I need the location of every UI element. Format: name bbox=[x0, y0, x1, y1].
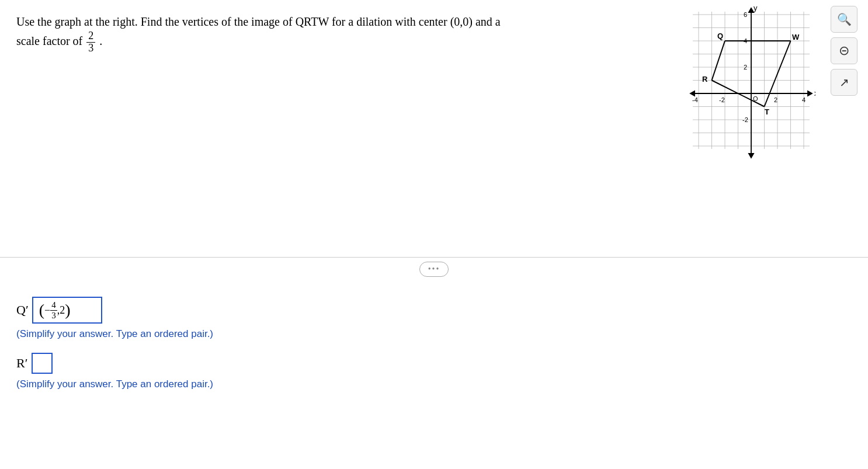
point-q-label: Q bbox=[717, 32, 723, 40]
point-r-label: R bbox=[702, 75, 708, 84]
svg-text:2: 2 bbox=[774, 96, 777, 103]
graph-container: x y -4 -2 2 4 6 4 2 -2 O bbox=[687, 6, 815, 164]
scale-factor-suffix: . bbox=[99, 34, 102, 47]
svg-marker-22 bbox=[690, 91, 695, 96]
r-prime-row: R′ bbox=[16, 353, 852, 374]
svg-line-35 bbox=[712, 41, 725, 81]
svg-text:-2: -2 bbox=[742, 116, 748, 123]
x-axis-label: x bbox=[814, 89, 815, 98]
q-prime-comma-value: ,2 bbox=[57, 304, 65, 317]
external-link-button[interactable]: ↗ bbox=[831, 69, 857, 96]
problem-line1: Use the graph at the right. Find the ver… bbox=[16, 15, 501, 28]
y-axis-label: y bbox=[754, 6, 758, 12]
external-link-icon: ↗ bbox=[839, 75, 849, 89]
svg-marker-21 bbox=[808, 91, 812, 96]
r-prime-hint: (Simplify your answer. Type an ordered p… bbox=[16, 378, 852, 390]
q-prime-label: Q′ bbox=[16, 303, 29, 318]
svg-text:-2: -2 bbox=[719, 96, 725, 103]
zoom-out-button[interactable]: ⊝ bbox=[831, 37, 857, 64]
right-paren: ) bbox=[65, 302, 70, 318]
svg-text:4: 4 bbox=[802, 96, 805, 103]
svg-text:2: 2 bbox=[744, 64, 747, 71]
q-prime-frac-den: 3 bbox=[50, 311, 57, 321]
svg-text:-4: -4 bbox=[692, 96, 698, 103]
zoom-in-icon: 🔍 bbox=[837, 12, 852, 26]
point-w-label: W bbox=[792, 33, 800, 41]
q-prime-minus: − bbox=[44, 304, 50, 317]
scale-fraction: 2 3 bbox=[86, 30, 95, 54]
scale-denominator: 3 bbox=[86, 43, 95, 54]
q-prime-answer-box[interactable]: ( − 4 3 ,2 ) bbox=[32, 297, 102, 324]
svg-marker-24 bbox=[749, 8, 754, 12]
r-prime-label: R′ bbox=[16, 356, 28, 371]
scale-numerator: 2 bbox=[86, 30, 95, 43]
svg-marker-25 bbox=[749, 154, 754, 158]
point-t-label: T bbox=[765, 107, 769, 116]
q-prime-row: Q′ ( − 4 3 ,2 ) bbox=[16, 297, 852, 324]
svg-text:6: 6 bbox=[744, 11, 747, 18]
r-prime-input-box[interactable] bbox=[32, 353, 53, 374]
graph-svg: x y -4 -2 2 4 6 4 2 -2 O bbox=[687, 6, 815, 164]
q-prime-fraction: 4 3 bbox=[50, 300, 57, 320]
left-paren: ( bbox=[39, 302, 44, 318]
q-prime-frac-num: 4 bbox=[50, 300, 57, 311]
top-section: Use the graph at the right. Find the ver… bbox=[0, 0, 868, 257]
divider-pill[interactable]: ••• bbox=[419, 262, 449, 277]
scale-factor-prefix: scale factor of bbox=[16, 34, 82, 47]
toolbar: 🔍 ⊝ ↗ bbox=[831, 6, 857, 96]
zoom-in-button[interactable]: 🔍 bbox=[831, 6, 857, 33]
problem-text: Use the graph at the right. Find the ver… bbox=[16, 13, 542, 54]
zoom-out-icon: ⊝ bbox=[839, 43, 849, 58]
bottom-section: Q′ ( − 4 3 ,2 ) (Simplify your answer. T… bbox=[0, 280, 868, 415]
divider-row: ••• bbox=[0, 257, 868, 280]
divider-symbol: ••• bbox=[428, 265, 440, 273]
q-prime-hint: (Simplify your answer. Type an ordered p… bbox=[16, 328, 852, 340]
